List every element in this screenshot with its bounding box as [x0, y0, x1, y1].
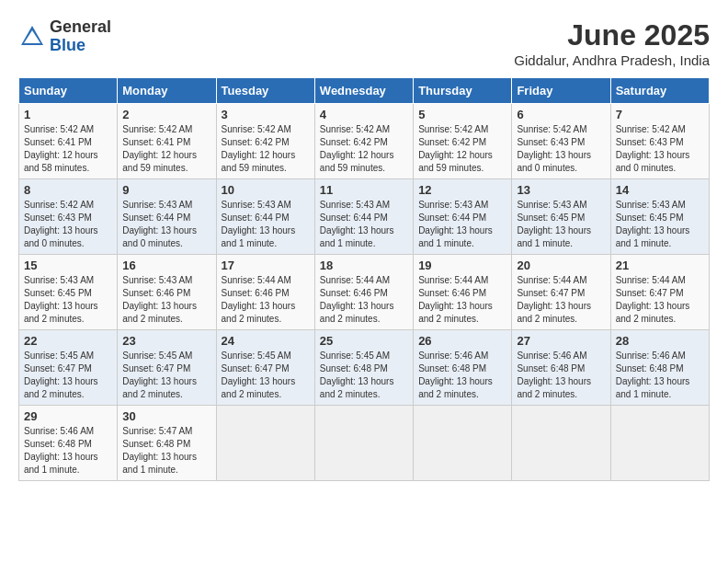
calendar-subtitle: Giddalur, Andhra Pradesh, India — [514, 52, 710, 68]
day-info: Sunrise: 5:44 AM Sunset: 6:47 PM Dayligh… — [616, 274, 704, 326]
day-number: 22 — [24, 334, 112, 348]
calendar-cell: 9Sunrise: 5:43 AM Sunset: 6:44 PM Daylig… — [118, 179, 216, 255]
day-number: 18 — [320, 259, 408, 272]
day-number: 27 — [517, 334, 605, 348]
calendar-cell: 16Sunrise: 5:43 AM Sunset: 6:46 PM Dayli… — [118, 255, 216, 330]
day-info: Sunrise: 5:47 AM Sunset: 6:48 PM Dayligh… — [122, 425, 210, 477]
day-number: 12 — [418, 183, 506, 197]
day-number: 6 — [517, 108, 605, 121]
day-number: 30 — [122, 409, 210, 423]
logo-icon — [18, 23, 46, 51]
calendar-cell — [216, 406, 314, 481]
calendar-cell: 28Sunrise: 5:46 AM Sunset: 6:48 PM Dayli… — [610, 330, 709, 406]
day-number: 11 — [320, 183, 408, 197]
day-number: 16 — [122, 259, 210, 272]
calendar-cell: 6Sunrise: 5:42 AM Sunset: 6:43 PM Daylig… — [512, 104, 610, 179]
day-info: Sunrise: 5:42 AM Sunset: 6:42 PM Dayligh… — [222, 123, 310, 175]
week-row-5: 29Sunrise: 5:46 AM Sunset: 6:48 PM Dayli… — [19, 406, 710, 481]
calendar-cell: 17Sunrise: 5:44 AM Sunset: 6:46 PM Dayli… — [216, 255, 314, 330]
calendar-cell: 27Sunrise: 5:46 AM Sunset: 6:48 PM Dayli… — [512, 330, 610, 406]
header-row: SundayMondayTuesdayWednesdayThursdayFrid… — [19, 78, 710, 104]
day-number: 29 — [24, 409, 112, 423]
day-info: Sunrise: 5:43 AM Sunset: 6:44 PM Dayligh… — [122, 199, 210, 250]
day-info: Sunrise: 5:44 AM Sunset: 6:47 PM Dayligh… — [517, 274, 605, 326]
calendar-title: June 2025 — [514, 18, 710, 52]
header: General Blue June 2025 Giddalur, Andhra … — [18, 18, 710, 68]
day-number: 1 — [24, 108, 112, 121]
day-header-wednesday: Wednesday — [314, 78, 413, 104]
day-info: Sunrise: 5:42 AM Sunset: 6:43 PM Dayligh… — [616, 123, 704, 175]
day-number: 2 — [122, 108, 210, 121]
calendar-cell — [314, 406, 413, 481]
day-number: 23 — [122, 334, 210, 348]
day-header-monday: Monday — [118, 78, 216, 104]
day-info: Sunrise: 5:42 AM Sunset: 6:41 PM Dayligh… — [24, 123, 112, 175]
day-info: Sunrise: 5:43 AM Sunset: 6:45 PM Dayligh… — [616, 199, 704, 250]
day-info: Sunrise: 5:43 AM Sunset: 6:44 PM Dayligh… — [222, 199, 310, 250]
day-info: Sunrise: 5:46 AM Sunset: 6:48 PM Dayligh… — [517, 350, 605, 401]
calendar-cell: 10Sunrise: 5:43 AM Sunset: 6:44 PM Dayli… — [216, 179, 314, 255]
day-info: Sunrise: 5:46 AM Sunset: 6:48 PM Dayligh… — [24, 425, 112, 477]
day-header-saturday: Saturday — [610, 78, 709, 104]
day-number: 17 — [222, 259, 310, 272]
calendar-cell — [414, 406, 512, 481]
logo-blue: Blue — [50, 37, 111, 55]
calendar-cell: 13Sunrise: 5:43 AM Sunset: 6:45 PM Dayli… — [512, 179, 610, 255]
day-number: 7 — [616, 108, 704, 121]
calendar-cell: 29Sunrise: 5:46 AM Sunset: 6:48 PM Dayli… — [19, 406, 118, 481]
week-row-1: 1Sunrise: 5:42 AM Sunset: 6:41 PM Daylig… — [19, 104, 710, 179]
calendar-cell: 23Sunrise: 5:45 AM Sunset: 6:47 PM Dayli… — [118, 330, 216, 406]
calendar-cell: 25Sunrise: 5:45 AM Sunset: 6:48 PM Dayli… — [314, 330, 413, 406]
day-info: Sunrise: 5:43 AM Sunset: 6:44 PM Dayligh… — [320, 199, 408, 250]
day-info: Sunrise: 5:45 AM Sunset: 6:47 PM Dayligh… — [122, 350, 210, 401]
calendar-cell: 19Sunrise: 5:44 AM Sunset: 6:46 PM Dayli… — [414, 255, 512, 330]
calendar-cell: 26Sunrise: 5:46 AM Sunset: 6:48 PM Dayli… — [414, 330, 512, 406]
day-number: 19 — [418, 259, 506, 272]
day-info: Sunrise: 5:43 AM Sunset: 6:45 PM Dayligh… — [24, 274, 112, 326]
day-number: 21 — [616, 259, 704, 272]
day-info: Sunrise: 5:42 AM Sunset: 6:43 PM Dayligh… — [24, 199, 112, 250]
day-number: 5 — [418, 108, 506, 121]
day-info: Sunrise: 5:42 AM Sunset: 6:42 PM Dayligh… — [320, 123, 408, 175]
day-number: 13 — [517, 183, 605, 197]
calendar-cell: 30Sunrise: 5:47 AM Sunset: 6:48 PM Dayli… — [118, 406, 216, 481]
calendar-cell: 3Sunrise: 5:42 AM Sunset: 6:42 PM Daylig… — [216, 104, 314, 179]
day-number: 4 — [320, 108, 408, 121]
logo-general: General — [50, 18, 111, 37]
week-row-3: 15Sunrise: 5:43 AM Sunset: 6:45 PM Dayli… — [19, 255, 710, 330]
calendar-cell: 7Sunrise: 5:42 AM Sunset: 6:43 PM Daylig… — [610, 104, 709, 179]
day-info: Sunrise: 5:42 AM Sunset: 6:41 PM Dayligh… — [122, 123, 210, 175]
day-info: Sunrise: 5:42 AM Sunset: 6:43 PM Dayligh… — [517, 123, 605, 175]
calendar-cell: 14Sunrise: 5:43 AM Sunset: 6:45 PM Dayli… — [610, 179, 709, 255]
day-number: 8 — [24, 183, 112, 197]
calendar-cell: 1Sunrise: 5:42 AM Sunset: 6:41 PM Daylig… — [19, 104, 118, 179]
day-info: Sunrise: 5:44 AM Sunset: 6:46 PM Dayligh… — [418, 274, 506, 326]
calendar-cell: 20Sunrise: 5:44 AM Sunset: 6:47 PM Dayli… — [512, 255, 610, 330]
day-number: 10 — [222, 183, 310, 197]
day-header-tuesday: Tuesday — [216, 78, 314, 104]
day-header-thursday: Thursday — [414, 78, 512, 104]
day-info: Sunrise: 5:43 AM Sunset: 6:44 PM Dayligh… — [418, 199, 506, 250]
day-header-friday: Friday — [512, 78, 610, 104]
calendar-cell — [512, 406, 610, 481]
day-number: 28 — [616, 334, 704, 348]
logo: General Blue — [18, 18, 111, 55]
calendar-cell: 24Sunrise: 5:45 AM Sunset: 6:47 PM Dayli… — [216, 330, 314, 406]
logo-text: General Blue — [50, 18, 111, 55]
day-info: Sunrise: 5:46 AM Sunset: 6:48 PM Dayligh… — [418, 350, 506, 401]
week-row-2: 8Sunrise: 5:42 AM Sunset: 6:43 PM Daylig… — [19, 179, 710, 255]
day-number: 15 — [24, 259, 112, 272]
day-info: Sunrise: 5:45 AM Sunset: 6:48 PM Dayligh… — [320, 350, 408, 401]
day-number: 25 — [320, 334, 408, 348]
calendar-cell: 18Sunrise: 5:44 AM Sunset: 6:46 PM Dayli… — [314, 255, 413, 330]
day-number: 14 — [616, 183, 704, 197]
day-info: Sunrise: 5:42 AM Sunset: 6:42 PM Dayligh… — [418, 123, 506, 175]
calendar-cell: 5Sunrise: 5:42 AM Sunset: 6:42 PM Daylig… — [414, 104, 512, 179]
calendar-cell: 21Sunrise: 5:44 AM Sunset: 6:47 PM Dayli… — [610, 255, 709, 330]
calendar-cell: 15Sunrise: 5:43 AM Sunset: 6:45 PM Dayli… — [19, 255, 118, 330]
week-row-4: 22Sunrise: 5:45 AM Sunset: 6:47 PM Dayli… — [19, 330, 710, 406]
day-number: 20 — [517, 259, 605, 272]
day-info: Sunrise: 5:45 AM Sunset: 6:47 PM Dayligh… — [24, 350, 112, 401]
calendar-table: SundayMondayTuesdayWednesdayThursdayFrid… — [18, 77, 710, 481]
day-info: Sunrise: 5:45 AM Sunset: 6:47 PM Dayligh… — [222, 350, 310, 401]
